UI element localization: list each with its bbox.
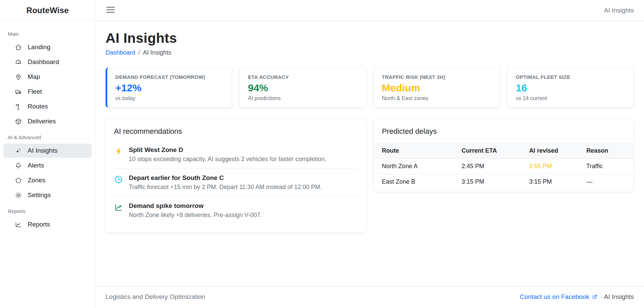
predicted-delays-panel: Predicted delays Route Current ETA AI re… <box>374 119 634 192</box>
sidebar-item-label: Landing <box>28 43 51 51</box>
footer-suffix: · AI Insights <box>601 293 634 301</box>
main-scroll: AI Insights Dashboard / AI Insights DEMA… <box>95 21 644 308</box>
recommendation-description: North Zone likely +8 deliveries. Pre-ass… <box>129 211 262 219</box>
recommendation-item: Depart earlier for South Zone C Traffic … <box>114 168 358 196</box>
stat-label: OPTIMAL FLEET SIZE <box>516 74 625 80</box>
gear-icon <box>15 192 22 199</box>
panel-title: AI recommendations <box>114 127 358 136</box>
cell-reason: — <box>582 174 634 189</box>
sidebar-item-settings[interactable]: Settings <box>3 188 92 202</box>
sidebar-item-map[interactable]: Map <box>3 70 92 84</box>
stat-cards-row: DEMAND FORECAST (TOMORROW) +12% vs today… <box>106 67 634 108</box>
facebook-contact-link[interactable]: Contact us on Facebook <box>520 293 598 301</box>
nav-section-main: Main <box>0 26 95 39</box>
sidebar-item-reports[interactable]: Reports <box>3 217 92 232</box>
page-content: AI Insights Dashboard / AI Insights DEMA… <box>95 21 644 286</box>
recommendation-title: Depart earlier for South Zone C <box>129 174 322 182</box>
panel-title: Predicted delays <box>374 127 634 136</box>
sidebar: RouteWise Main Landing Dashboard Map <box>0 0 95 308</box>
app-window: RouteWise Main Landing Dashboard Map <box>0 0 644 308</box>
cell-route: North Zone A <box>374 158 457 174</box>
recommendation-description: Traffic forecast +15 min by 2 PM. Depart… <box>129 183 322 191</box>
stat-subtitle: North & East zones <box>382 95 492 101</box>
page-footer: Logistics and Delivery Optimization Cont… <box>95 286 644 308</box>
sidebar-item-label: Map <box>28 73 40 81</box>
cell-current-eta: 3:15 PM <box>457 174 524 189</box>
breadcrumb: Dashboard / AI Insights <box>106 49 634 56</box>
cell-ai-revised: 2:55 PM <box>524 158 582 174</box>
sidebar-item-routes[interactable]: Routes <box>3 99 92 114</box>
stat-label: DEMAND FORECAST (TOMORROW) <box>115 74 224 80</box>
facebook-link-label: Contact us on Facebook <box>520 293 589 301</box>
recommendation-item: Demand spike tomorrow North Zone likely … <box>114 196 358 224</box>
sidebar-item-alerts[interactable]: Alerts <box>3 158 92 173</box>
stat-value: 16 <box>516 82 625 94</box>
line-chart-icon <box>15 221 22 228</box>
sidebar-item-fleet[interactable]: Fleet <box>3 85 92 99</box>
stat-subtitle: vs today <box>115 95 224 101</box>
sidebar-item-dashboard[interactable]: Dashboard <box>3 55 92 69</box>
stat-value: Medium <box>382 82 492 94</box>
sidebar-item-label: Reports <box>28 221 50 228</box>
stat-card-demand-forecast: DEMAND FORECAST (TOMORROW) +12% vs today <box>106 67 232 108</box>
clock-icon <box>114 174 123 191</box>
stat-card-optimal-fleet: OPTIMAL FLEET SIZE 16 vs 14 current <box>507 67 634 108</box>
recommendation-title: Demand spike tomorrow <box>129 202 262 210</box>
topbar-page-label: AI Insights <box>604 7 634 14</box>
panels-row: AI recommendations Split West Zone D 10 … <box>106 119 634 233</box>
breadcrumb-dashboard-link[interactable]: Dashboard <box>106 49 135 56</box>
column-header-reason: Reason <box>582 143 634 158</box>
bell-icon <box>15 162 22 169</box>
stat-value: +12% <box>115 82 224 94</box>
map-pin-icon <box>15 73 22 81</box>
pentagon-icon <box>15 177 22 184</box>
column-header-ai-revised: AI revised <box>524 143 582 158</box>
sidebar-item-ai-insights[interactable]: AI Insights <box>3 144 92 158</box>
truck-icon <box>15 88 22 95</box>
hamburger-icon <box>106 6 115 14</box>
column-header-current-eta: Current ETA <box>457 143 524 158</box>
cell-reason: Traffic <box>582 158 634 174</box>
sidebar-item-label: Settings <box>28 191 51 199</box>
nav-section-ai-advanced: AI & Advanced <box>0 129 95 143</box>
topbar: AI Insights <box>95 0 644 21</box>
column-header-route: Route <box>374 143 457 158</box>
table-row: North Zone A 2:45 PM 2:55 PM Traffic <box>374 158 634 174</box>
main-area: AI Insights AI Insights Dashboard / AI I… <box>95 0 644 308</box>
cell-current-eta: 2:45 PM <box>457 158 524 174</box>
trend-up-icon <box>114 202 123 219</box>
sidebar-item-label: AI Insights <box>28 147 58 154</box>
footer-links: Contact us on Facebook · AI Insights <box>520 293 634 301</box>
stat-card-traffic-risk: TRAFFIC RISK (NEXT 2H) Medium North & Ea… <box>374 67 500 108</box>
sidebar-nav: Main Landing Dashboard Map <box>0 21 95 232</box>
stat-card-eta-accuracy: ETA ACCURACY 94% AI predictions <box>239 67 366 108</box>
cell-ai-revised: 3:15 PM <box>524 174 582 189</box>
stat-value: 94% <box>248 82 357 94</box>
cell-route: East Zone B <box>374 174 457 189</box>
nav-section-reports: Reports <box>0 203 95 217</box>
recommendation-item: Split West Zone D 10 stops exceeding cap… <box>114 141 358 168</box>
recommendation-list: Split West Zone D 10 stops exceeding cap… <box>114 141 358 224</box>
sidebar-item-deliveries[interactable]: Deliveries <box>3 114 92 128</box>
table-row: East Zone B 3:15 PM 3:15 PM — <box>374 174 634 189</box>
package-icon <box>15 118 22 125</box>
sidebar-item-landing[interactable]: Landing <box>3 40 92 54</box>
breadcrumb-separator: / <box>138 49 140 56</box>
menu-toggle-button[interactable] <box>106 5 116 16</box>
external-link-icon <box>592 294 598 300</box>
stat-subtitle: AI predictions <box>248 95 357 101</box>
home-icon <box>15 44 22 51</box>
sidebar-item-label: Deliveries <box>28 118 56 125</box>
sidebar-item-label: Dashboard <box>28 58 59 66</box>
breadcrumb-current: AI Insights <box>143 49 171 56</box>
brand-logo: RouteWise <box>0 0 95 21</box>
sidebar-item-label: Alerts <box>28 162 44 169</box>
sidebar-item-zones[interactable]: Zones <box>3 173 92 187</box>
stat-label: TRAFFIC RISK (NEXT 2H) <box>382 74 492 80</box>
footer-tagline: Logistics and Delivery Optimization <box>106 293 205 301</box>
sparkles-icon <box>15 147 22 154</box>
stat-subtitle: vs 14 current <box>516 95 625 101</box>
sidebar-item-label: Fleet <box>28 88 42 95</box>
table-header-row: Route Current ETA AI revised Reason <box>374 143 634 158</box>
recommendation-title: Split West Zone D <box>129 146 326 154</box>
